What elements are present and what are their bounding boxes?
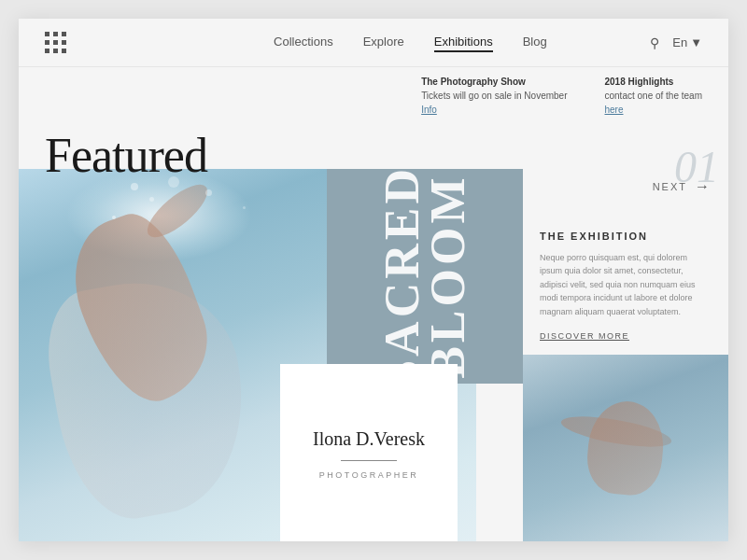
search-icon[interactable]: ⚲ [650, 35, 659, 50]
secondary-hero-image [523, 355, 728, 541]
featured-heading: Featured [45, 128, 207, 183]
card-divider [341, 460, 397, 461]
sacred-bloom-panel: SACRED BLOOM [327, 169, 523, 384]
slide-number: 01 [674, 141, 719, 192]
nav-item-blog[interactable]: Blog [523, 33, 547, 52]
exhibition-title: THE EXHIBITION [540, 231, 712, 242]
exhibition-name: SACRED BLOOM [379, 169, 472, 384]
nav-item-exhibitions[interactable]: Exhibitions [434, 33, 493, 52]
page-wrapper: Collections Explore Exhibitions Blog ⚲ E… [19, 19, 728, 541]
nav-item-collections[interactable]: Collections [274, 33, 333, 52]
photographer-name: Ilona D.Veresk [313, 427, 425, 451]
discover-more-link[interactable]: DISCOVER MORE [540, 331, 712, 341]
chevron-down-icon: ▼ [690, 35, 702, 49]
exhibition-info-panel: NEXT → THE EXHIBITION Neque porro quisqu… [523, 169, 728, 384]
nav-right: ⚲ En ▼ [650, 35, 702, 50]
nav-links: Collections Explore Exhibitions Blog [274, 33, 547, 52]
info-bar: The Photography Show Tickets will go on … [19, 67, 728, 120]
nav-item-explore[interactable]: Explore [363, 33, 404, 52]
language-selector[interactable]: En ▼ [672, 35, 702, 49]
photographer-card: Ilona D.Veresk PHOTOGRAPHER [280, 364, 458, 541]
highlights-link[interactable]: here [604, 105, 623, 115]
photography-show-link[interactable]: Info [421, 105, 437, 115]
photography-show-info: The Photography Show Tickets will go on … [421, 75, 567, 117]
main-content: Featured [19, 120, 728, 541]
highlights-info: 2018 Highlights contact one of the team … [604, 75, 702, 117]
photographer-role: PHOTOGRAPHER [319, 470, 418, 480]
exhibition-description: Neque porro quisquam est, qui dolorem ip… [540, 251, 712, 318]
logo-grid[interactable] [45, 32, 67, 54]
navbar: Collections Explore Exhibitions Blog ⚲ E… [19, 19, 728, 67]
